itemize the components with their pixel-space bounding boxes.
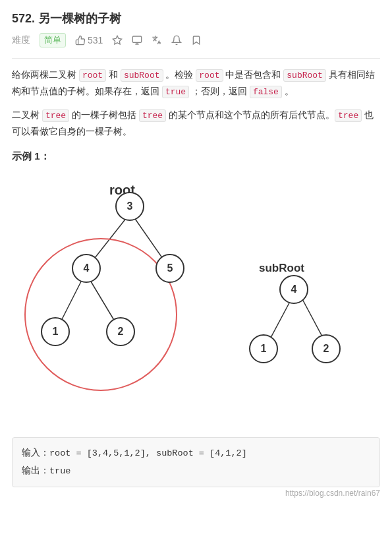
- input-value: root = [3,4,5,1,2], subRoot = [4,1,2]: [49, 448, 247, 458]
- meta-row: 难度 简单 531: [12, 33, 380, 47]
- translate-icon[interactable]: [152, 35, 162, 45]
- problem-title: 572. 另一棵树的子树: [12, 11, 380, 26]
- description: 给你两棵二叉树 root 和 subRoot 。检验 root 中是否包含和 s…: [12, 67, 380, 140]
- code-root: root: [79, 69, 106, 82]
- difficulty-label: 难度: [12, 34, 30, 46]
- problem-title-text: 另一棵树的子树: [38, 12, 121, 25]
- output-box: 输入：root = [3,4,5,1,2], subRoot = [4,1,2]…: [12, 437, 380, 487]
- bookmark-icon[interactable]: [191, 35, 202, 45]
- code-true: true: [162, 86, 189, 98]
- example-title: 示例 1：: [12, 150, 380, 163]
- like-count: 531: [88, 35, 103, 45]
- difficulty-value: 简单: [40, 33, 66, 47]
- svg-marker-0: [113, 36, 122, 44]
- code-subroot: subRoot: [121, 69, 163, 82]
- tree-diagram: root 3 4 5 1 2 subRoot 4 1 2: [12, 169, 381, 427]
- code-tree3: tree: [335, 109, 362, 122]
- input-line: 输入：root = [3,4,5,1,2], subRoot = [4,1,2]: [22, 444, 370, 462]
- code-subroot2: subRoot: [283, 69, 326, 82]
- description-p2: 二叉树 tree 的一棵子树包括 tree 的某个节点和这个节点的所有后代节点。…: [12, 107, 380, 140]
- code-tree2: tree: [139, 109, 166, 122]
- bell-icon[interactable]: [171, 35, 182, 45]
- share-icon[interactable]: [132, 35, 142, 45]
- code-false: false: [250, 86, 282, 98]
- like-icon[interactable]: 531: [75, 35, 103, 45]
- page-container: 572. 另一棵树的子树 难度 简单 531 给你两棵二叉树 root 和 su…: [0, 0, 392, 508]
- footer-link: https://blog.csdn.net/rain67: [12, 489, 380, 498]
- footer-url: https://blog.csdn.net/rain67: [285, 489, 380, 498]
- code-root2: root: [196, 69, 223, 82]
- input-label: 输入：: [22, 448, 49, 458]
- output-value: true: [49, 466, 70, 476]
- svg-point-8: [25, 239, 177, 390]
- divider: [12, 58, 380, 59]
- description-p1: 给你两棵二叉树 root 和 subRoot 。检验 root 中是否包含和 s…: [12, 67, 380, 100]
- tree-svg-lines: [12, 169, 381, 427]
- svg-rect-1: [133, 36, 142, 42]
- output-line: 输出：true: [22, 462, 370, 480]
- problem-number: 572.: [12, 12, 35, 25]
- star-icon[interactable]: [112, 35, 123, 45]
- code-tree: tree: [42, 109, 69, 122]
- output-label: 输出：: [22, 466, 49, 475]
